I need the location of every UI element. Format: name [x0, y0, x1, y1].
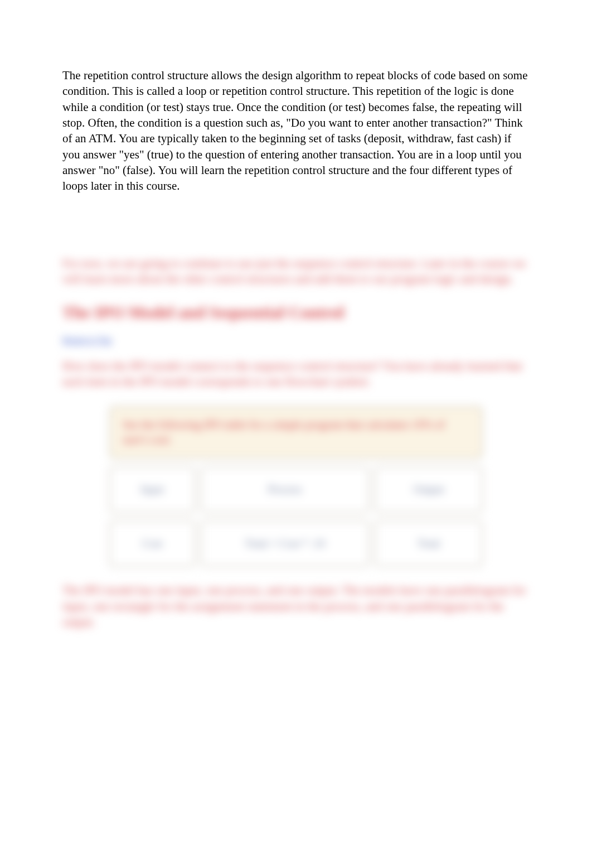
- blurred-preview-region: For now, we are going to continue to use…: [62, 255, 530, 630]
- header-output: Output: [375, 466, 483, 513]
- table-data-row: Cost Total = Cost * .10 Total: [109, 520, 483, 567]
- table-header-row: Input Process Output: [109, 466, 483, 513]
- ipo-table: See the following IPO table for a simple…: [109, 406, 483, 567]
- intro-paragraph: The repetition control structure allows …: [62, 67, 530, 194]
- cell-cost: Cost: [109, 520, 195, 567]
- cell-formula: Total = Cost * .10: [201, 520, 369, 567]
- cell-total: Total: [375, 520, 483, 567]
- section-heading: The IPO Model and Sequential Control: [62, 301, 530, 324]
- ipo-connect-paragraph: How does the IPO model connect to the se…: [62, 358, 530, 390]
- closing-paragraph: The IPO model has one input, one process…: [62, 582, 530, 630]
- header-process: Process: [201, 466, 369, 513]
- header-input: Input: [109, 466, 195, 513]
- lead-paragraph: For now, we are going to continue to use…: [62, 255, 530, 287]
- document-page: The repetition control structure allows …: [0, 0, 592, 868]
- return-to-top-link[interactable]: Return to Top: [62, 334, 530, 346]
- table-caption: See the following IPO table for a simple…: [109, 406, 483, 459]
